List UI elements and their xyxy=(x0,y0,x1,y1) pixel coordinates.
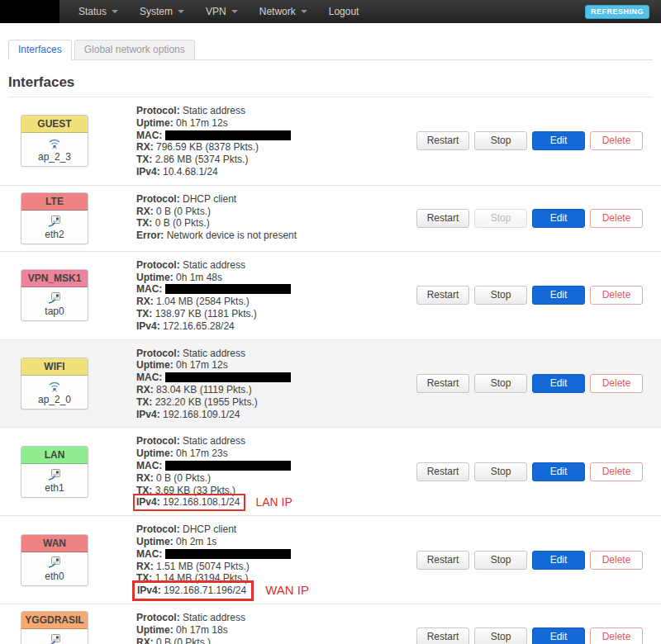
detail-value: 192.168.71.196/24 xyxy=(161,585,246,596)
detail-value: 0 B (0 Pkts.) xyxy=(154,206,211,217)
detail-value: 0h 17m 12s xyxy=(174,117,228,129)
detail-label: RX: xyxy=(136,296,154,307)
interface-actions: Restart Stop Edit Delete xyxy=(410,258,643,333)
detail-line: IPv4: 192.168.109.1/24 xyxy=(136,409,410,421)
detail-label: TX: xyxy=(136,396,152,408)
detail-label: Protocol: xyxy=(136,348,180,359)
detail-value: 138.97 KB (1181 Pkts.) xyxy=(152,308,257,320)
stop-button[interactable]: Stop xyxy=(474,627,527,644)
edit-button[interactable]: Edit xyxy=(532,286,585,305)
detail-label: IPv4: xyxy=(136,496,160,508)
logo-redaction-block xyxy=(0,0,59,23)
ethernet-icon xyxy=(48,213,61,227)
detail-line: Protocol: DHCP client xyxy=(136,523,410,536)
ethernet-icon xyxy=(48,555,61,569)
detail-value: 0 B (0 Pkts.) xyxy=(152,217,209,229)
nav-item-system[interactable]: System xyxy=(129,0,195,23)
zone-device-area: eth0 xyxy=(21,552,88,585)
ethernet-icon xyxy=(48,290,61,304)
delete-button[interactable]: Delete xyxy=(590,551,643,570)
delete-button[interactable]: Delete xyxy=(590,627,643,644)
restart-button[interactable]: Restart xyxy=(416,374,469,393)
delete-button[interactable]: Delete xyxy=(590,209,643,228)
detail-label: Protocol: xyxy=(136,612,180,623)
detail-label: RX: xyxy=(136,561,154,572)
interface-zone-box: GUEST ap_2_3 xyxy=(21,115,88,167)
detail-value: DHCP client xyxy=(180,523,236,535)
detail-label: Uptime: xyxy=(136,272,174,283)
interface-zone-box: LTE eth2 xyxy=(21,192,88,244)
interface-details: Protocol: DHCP clientRX: 0 B (0 Pkts.)TX… xyxy=(136,192,410,244)
edit-button[interactable]: Edit xyxy=(532,374,585,393)
interface-row: VPN_MSK1 tap0 Protocol: Static addres xyxy=(0,252,661,340)
stop-button[interactable]: Stop xyxy=(474,286,527,305)
stop-button[interactable]: Stop xyxy=(474,462,527,481)
detail-value: Static address xyxy=(180,348,245,359)
annotation-label: LAN IP xyxy=(255,495,292,509)
detail-line: Protocol: Static address xyxy=(136,348,410,360)
restart-button[interactable]: Restart xyxy=(416,462,469,481)
detail-line: Protocol: DHCP client xyxy=(136,193,410,206)
nav-item-vpn[interactable]: VPN xyxy=(195,0,249,23)
detail-value: 0h 17m 18s xyxy=(174,624,228,636)
detail-line: IPv4: 192.168.71.196/24WAN IP xyxy=(136,585,410,597)
detail-line: Error: Network device is not present xyxy=(136,230,410,242)
stop-button: Stop xyxy=(474,209,527,228)
edit-button[interactable]: Edit xyxy=(532,131,585,150)
detail-label: IPv4: xyxy=(136,409,160,420)
annotation-label: WAN IP xyxy=(265,583,309,597)
edit-button[interactable]: Edit xyxy=(532,627,585,644)
restart-button[interactable]: Restart xyxy=(416,627,469,644)
detail-value: 2.86 MB (5374 Pkts.) xyxy=(152,154,248,165)
zone-device-area: eth2 xyxy=(21,211,88,244)
nav-menu: Status System VPN Network Logout xyxy=(68,0,369,23)
detail-value: Network device is not present xyxy=(164,230,297,241)
detail-label: Uptime: xyxy=(136,536,174,547)
chevron-down-icon xyxy=(231,10,238,13)
detail-label: RX: xyxy=(136,637,154,644)
zone-name-badge: GUEST xyxy=(21,116,88,133)
edit-button[interactable]: Edit xyxy=(532,462,585,481)
detail-value: 0h 1m 48s xyxy=(174,272,222,283)
delete-button[interactable]: Delete xyxy=(590,286,643,305)
refreshing-status-badge[interactable]: REFRESHING xyxy=(585,5,649,19)
restart-button[interactable]: Restart xyxy=(416,286,469,305)
detail-value: 0 B (0 Pkts.) xyxy=(154,472,211,484)
detail-line: Uptime: 0h 1m 48s xyxy=(136,272,410,284)
tab-interfaces[interactable]: Interfaces xyxy=(8,40,72,60)
tab-global-network-options[interactable]: Global network options xyxy=(74,40,195,60)
interface-details: Protocol: Static addressUptime: 0h 17m 1… xyxy=(136,611,410,644)
zone-device-area: ygg0 xyxy=(21,629,88,644)
nav-item-logout[interactable]: Logout xyxy=(318,0,370,23)
stop-button[interactable]: Stop xyxy=(474,551,527,570)
detail-line: MAC: xyxy=(136,372,410,384)
device-name: ap_2_3 xyxy=(23,151,86,163)
edit-button[interactable]: Edit xyxy=(532,209,585,228)
interface-actions: Restart Stop Edit Delete xyxy=(410,347,643,421)
detail-value: Static address xyxy=(180,105,245,116)
delete-button[interactable]: Delete xyxy=(590,374,643,393)
stop-button[interactable]: Stop xyxy=(474,131,527,150)
delete-button[interactable]: Delete xyxy=(590,131,643,150)
page-title: Interfaces xyxy=(8,74,653,91)
edit-button[interactable]: Edit xyxy=(532,551,585,570)
zone-device-area: ap_2_3 xyxy=(21,133,88,166)
interface-zone-box: YGGDRASIL ygg0 xyxy=(21,611,88,644)
detail-value: 1.04 MB (2584 Pkts.) xyxy=(154,296,250,307)
interface-zone-cell: LAN eth1 xyxy=(21,434,136,509)
delete-button[interactable]: Delete xyxy=(590,462,643,481)
restart-button[interactable]: Restart xyxy=(416,209,469,228)
nav-item-network[interactable]: Network xyxy=(249,0,318,23)
zone-name-badge: LAN xyxy=(21,447,88,464)
stop-button[interactable]: Stop xyxy=(474,374,527,393)
nav-item-label: VPN xyxy=(206,0,226,23)
restart-button[interactable]: Restart xyxy=(416,131,469,150)
interface-row: LTE eth2 Protocol: DHCP clientRX: 0 B xyxy=(0,186,661,252)
chevron-down-icon xyxy=(301,10,307,13)
detail-value: 0h 17m 12s xyxy=(174,359,228,371)
restart-button[interactable]: Restart xyxy=(416,551,469,570)
detail-line: Uptime: 0h 17m 12s xyxy=(136,359,410,372)
nav-item-status[interactable]: Status xyxy=(68,0,129,23)
detail-label: RX: xyxy=(136,472,154,484)
detail-line: Protocol: Static address xyxy=(136,435,410,447)
